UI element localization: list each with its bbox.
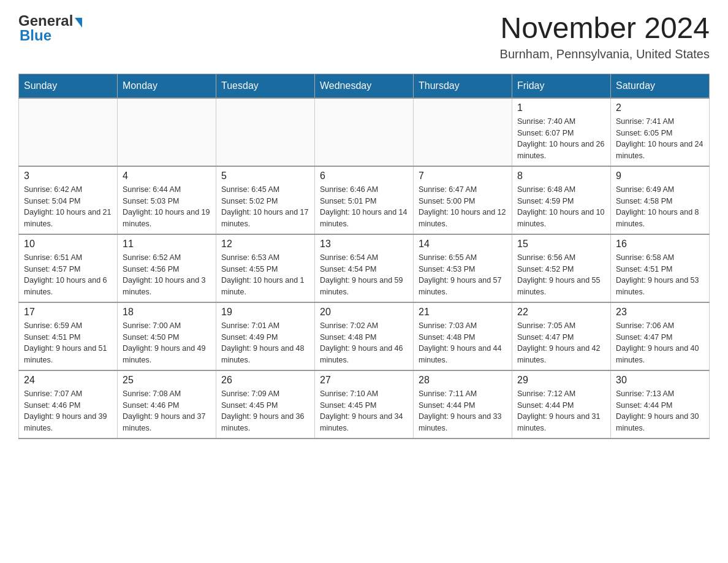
calendar-cell: 18Sunrise: 7:00 AM Sunset: 4:50 PM Dayli… xyxy=(118,302,216,370)
day-number: 17 xyxy=(24,307,112,318)
day-info: Sunrise: 7:12 AM Sunset: 4:44 PM Dayligh… xyxy=(517,388,605,434)
day-of-week-header: Monday xyxy=(118,74,216,98)
calendar-cell: 3Sunrise: 6:42 AM Sunset: 5:04 PM Daylig… xyxy=(19,166,118,234)
day-number: 13 xyxy=(320,239,408,250)
calendar-cell: 19Sunrise: 7:01 AM Sunset: 4:49 PM Dayli… xyxy=(216,302,315,370)
day-info: Sunrise: 6:46 AM Sunset: 5:01 PM Dayligh… xyxy=(320,184,408,230)
day-of-week-header: Friday xyxy=(512,74,611,98)
calendar-cell: 7Sunrise: 6:47 AM Sunset: 5:00 PM Daylig… xyxy=(414,166,512,234)
day-of-week-header: Wednesday xyxy=(315,74,414,98)
day-number: 20 xyxy=(320,307,408,318)
calendar-table: SundayMondayTuesdayWednesdayThursdayFrid… xyxy=(18,74,710,439)
calendar-cell: 4Sunrise: 6:44 AM Sunset: 5:03 PM Daylig… xyxy=(118,166,216,234)
calendar-cell: 20Sunrise: 7:02 AM Sunset: 4:48 PM Dayli… xyxy=(315,302,414,370)
day-info: Sunrise: 6:55 AM Sunset: 4:53 PM Dayligh… xyxy=(419,252,507,298)
calendar-cell: 22Sunrise: 7:05 AM Sunset: 4:47 PM Dayli… xyxy=(512,302,611,370)
day-number: 19 xyxy=(221,307,309,318)
day-info: Sunrise: 6:53 AM Sunset: 4:55 PM Dayligh… xyxy=(221,252,309,298)
logo-triangle-icon xyxy=(75,18,82,28)
day-info: Sunrise: 6:47 AM Sunset: 5:00 PM Dayligh… xyxy=(419,184,507,230)
day-number: 3 xyxy=(24,170,112,182)
calendar-cell: 23Sunrise: 7:06 AM Sunset: 4:47 PM Dayli… xyxy=(611,302,710,370)
day-info: Sunrise: 7:10 AM Sunset: 4:45 PM Dayligh… xyxy=(320,388,408,434)
calendar-cell xyxy=(19,98,118,166)
calendar-cell: 11Sunrise: 6:52 AM Sunset: 4:56 PM Dayli… xyxy=(118,234,216,302)
calendar-cell: 15Sunrise: 6:56 AM Sunset: 4:52 PM Dayli… xyxy=(512,234,611,302)
day-info: Sunrise: 7:03 AM Sunset: 4:48 PM Dayligh… xyxy=(419,320,507,366)
day-info: Sunrise: 7:02 AM Sunset: 4:48 PM Dayligh… xyxy=(320,320,408,366)
day-number: 25 xyxy=(123,375,211,386)
day-number: 12 xyxy=(221,239,309,250)
day-info: Sunrise: 7:00 AM Sunset: 4:50 PM Dayligh… xyxy=(123,320,211,366)
day-info: Sunrise: 6:48 AM Sunset: 4:59 PM Dayligh… xyxy=(517,184,605,230)
calendar-cell xyxy=(216,98,315,166)
day-info: Sunrise: 6:59 AM Sunset: 4:51 PM Dayligh… xyxy=(24,320,112,366)
day-info: Sunrise: 6:45 AM Sunset: 5:02 PM Dayligh… xyxy=(221,184,309,230)
day-info: Sunrise: 6:49 AM Sunset: 4:58 PM Dayligh… xyxy=(616,184,704,230)
calendar-cell: 2Sunrise: 7:41 AM Sunset: 6:05 PM Daylig… xyxy=(611,98,710,166)
calendar-cell xyxy=(315,98,414,166)
day-info: Sunrise: 6:58 AM Sunset: 4:51 PM Dayligh… xyxy=(616,252,704,298)
day-number: 29 xyxy=(517,375,605,386)
day-number: 26 xyxy=(221,375,309,386)
day-info: Sunrise: 7:41 AM Sunset: 6:05 PM Dayligh… xyxy=(616,116,704,162)
calendar-week-row: 3Sunrise: 6:42 AM Sunset: 5:04 PM Daylig… xyxy=(19,166,710,234)
day-number: 10 xyxy=(24,239,112,250)
calendar-week-row: 17Sunrise: 6:59 AM Sunset: 4:51 PM Dayli… xyxy=(19,302,710,370)
day-of-week-header: Sunday xyxy=(19,74,118,98)
day-info: Sunrise: 7:08 AM Sunset: 4:46 PM Dayligh… xyxy=(123,388,211,434)
calendar-cell: 16Sunrise: 6:58 AM Sunset: 4:51 PM Dayli… xyxy=(611,234,710,302)
calendar-cell: 28Sunrise: 7:11 AM Sunset: 4:44 PM Dayli… xyxy=(414,370,512,439)
day-info: Sunrise: 7:07 AM Sunset: 4:46 PM Dayligh… xyxy=(24,388,112,434)
day-number: 23 xyxy=(616,307,704,318)
calendar-cell xyxy=(414,98,512,166)
calendar-cell: 17Sunrise: 6:59 AM Sunset: 4:51 PM Dayli… xyxy=(19,302,118,370)
day-of-week-header: Saturday xyxy=(611,74,710,98)
day-info: Sunrise: 6:54 AM Sunset: 4:54 PM Dayligh… xyxy=(320,252,408,298)
day-info: Sunrise: 7:05 AM Sunset: 4:47 PM Dayligh… xyxy=(517,320,605,366)
day-number: 14 xyxy=(419,239,507,250)
calendar-week-row: 24Sunrise: 7:07 AM Sunset: 4:46 PM Dayli… xyxy=(19,370,710,439)
day-number: 9 xyxy=(616,170,704,182)
calendar-cell: 13Sunrise: 6:54 AM Sunset: 4:54 PM Dayli… xyxy=(315,234,414,302)
day-number: 27 xyxy=(320,375,408,386)
day-info: Sunrise: 6:51 AM Sunset: 4:57 PM Dayligh… xyxy=(24,252,112,298)
day-number: 8 xyxy=(517,170,605,182)
calendar-subtitle: Burnham, Pennsylvania, United States xyxy=(500,47,710,61)
day-of-week-header: Thursday xyxy=(414,74,512,98)
day-number: 4 xyxy=(123,170,211,182)
calendar-cell: 27Sunrise: 7:10 AM Sunset: 4:45 PM Dayli… xyxy=(315,370,414,439)
calendar-cell: 14Sunrise: 6:55 AM Sunset: 4:53 PM Dayli… xyxy=(414,234,512,302)
logo: General Blue xyxy=(18,12,82,44)
calendar-week-row: 10Sunrise: 6:51 AM Sunset: 4:57 PM Dayli… xyxy=(19,234,710,302)
day-info: Sunrise: 6:56 AM Sunset: 4:52 PM Dayligh… xyxy=(517,252,605,298)
day-info: Sunrise: 7:01 AM Sunset: 4:49 PM Dayligh… xyxy=(221,320,309,366)
calendar-cell xyxy=(118,98,216,166)
day-number: 16 xyxy=(616,239,704,250)
day-number: 28 xyxy=(419,375,507,386)
day-info: Sunrise: 6:44 AM Sunset: 5:03 PM Dayligh… xyxy=(123,184,211,230)
day-number: 7 xyxy=(419,170,507,182)
title-section: November 2024 Burnham, Pennsylvania, Uni… xyxy=(500,12,710,61)
calendar-cell: 21Sunrise: 7:03 AM Sunset: 4:48 PM Dayli… xyxy=(414,302,512,370)
day-number: 24 xyxy=(24,375,112,386)
day-number: 30 xyxy=(616,375,704,386)
calendar-header-row: SundayMondayTuesdayWednesdayThursdayFrid… xyxy=(19,74,710,98)
day-number: 11 xyxy=(123,239,211,250)
page-header: General Blue November 2024 Burnham, Penn… xyxy=(18,12,710,61)
day-info: Sunrise: 6:42 AM Sunset: 5:04 PM Dayligh… xyxy=(24,184,112,230)
day-of-week-header: Tuesday xyxy=(216,74,315,98)
calendar-cell: 30Sunrise: 7:13 AM Sunset: 4:44 PM Dayli… xyxy=(611,370,710,439)
calendar-cell: 8Sunrise: 6:48 AM Sunset: 4:59 PM Daylig… xyxy=(512,166,611,234)
calendar-cell: 1Sunrise: 7:40 AM Sunset: 6:07 PM Daylig… xyxy=(512,98,611,166)
calendar-cell: 5Sunrise: 6:45 AM Sunset: 5:02 PM Daylig… xyxy=(216,166,315,234)
calendar-cell: 9Sunrise: 6:49 AM Sunset: 4:58 PM Daylig… xyxy=(611,166,710,234)
logo-blue-text: Blue xyxy=(20,27,51,44)
day-info: Sunrise: 7:09 AM Sunset: 4:45 PM Dayligh… xyxy=(221,388,309,434)
day-number: 22 xyxy=(517,307,605,318)
day-info: Sunrise: 7:40 AM Sunset: 6:07 PM Dayligh… xyxy=(517,116,605,162)
day-info: Sunrise: 6:52 AM Sunset: 4:56 PM Dayligh… xyxy=(123,252,211,298)
day-number: 2 xyxy=(616,102,704,113)
calendar-cell: 24Sunrise: 7:07 AM Sunset: 4:46 PM Dayli… xyxy=(19,370,118,439)
calendar-cell: 6Sunrise: 6:46 AM Sunset: 5:01 PM Daylig… xyxy=(315,166,414,234)
